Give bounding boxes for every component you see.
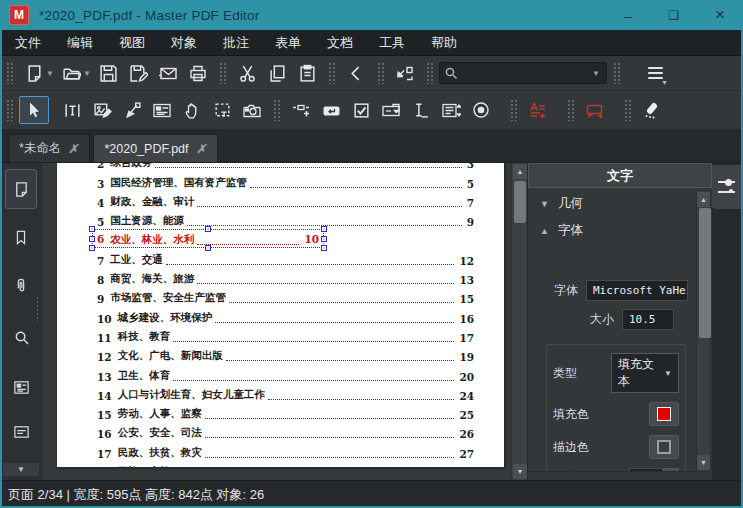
checkbox-tool-button[interactable] — [346, 96, 376, 124]
menu-forms[interactable]: 表单 — [262, 30, 314, 56]
spinner-caret-icon[interactable]: ▼ — [663, 468, 679, 472]
selection-handle[interactable] — [321, 245, 327, 251]
save-as-button[interactable] — [123, 59, 153, 87]
text-field-tool-button[interactable] — [406, 96, 436, 124]
email-button[interactable] — [153, 59, 183, 87]
panel-scrollbar[interactable]: ▲ ▼ — [696, 190, 711, 472]
bookmarks-button[interactable] — [5, 217, 37, 257]
scrollbar-thumb[interactable] — [514, 181, 526, 223]
tab-close-icon[interactable]: ✗ — [68, 142, 81, 156]
fit-page-button[interactable] — [390, 59, 420, 87]
line-width-value[interactable]: 1 — [629, 468, 663, 472]
toolbar-grip[interactable] — [510, 99, 517, 121]
selection-handle[interactable] — [205, 245, 211, 251]
scroll-up-icon[interactable]: ▲ — [697, 192, 710, 207]
attachments-button[interactable] — [5, 265, 37, 305]
eraser-tool-button[interactable] — [637, 96, 667, 124]
save-button[interactable] — [93, 59, 123, 87]
search-input[interactable] — [458, 66, 595, 80]
type-dropdown[interactable]: 填充文本 ▼ — [611, 353, 679, 393]
edit-path-tool-button[interactable] — [117, 96, 147, 124]
back-button[interactable] — [341, 59, 371, 87]
page-thumbnails-button[interactable] — [5, 169, 37, 209]
copy-button[interactable] — [262, 59, 292, 87]
scroll-up-icon[interactable]: ▲ — [513, 164, 527, 179]
toolbar-grip[interactable] — [624, 99, 631, 121]
cut-button[interactable] — [232, 59, 262, 87]
scroll-down-icon[interactable]: ▼ — [513, 464, 527, 479]
selection-handle[interactable] — [205, 226, 211, 232]
section-font[interactable]: ▲ 字体 — [528, 217, 696, 244]
menu-object[interactable]: 对象 — [158, 30, 210, 56]
close-button[interactable]: × — [697, 0, 743, 30]
toolbar-grip[interactable] — [426, 62, 433, 84]
menu-help[interactable]: 帮助 — [418, 30, 470, 56]
highlight-text-tool-button[interactable] — [523, 96, 553, 124]
menu-document[interactable]: 文档 — [314, 30, 366, 56]
section-geometry[interactable]: ▼ 几何 — [528, 190, 696, 217]
toolbar-grip[interactable] — [273, 99, 280, 121]
font-name-field[interactable]: Microsoft YaHei — [586, 280, 688, 301]
tab-2020-pdf[interactable]: *2020_PDF.pdf ✗ — [93, 134, 217, 162]
listbox-tool-button[interactable] — [436, 96, 466, 124]
menu-edit[interactable]: 编辑 — [54, 30, 106, 56]
document-viewport[interactable]: 2 综合政务 3 3 国民经济管理、国有资产监管 5 4 财政、金融、审计 — [42, 163, 527, 480]
leader-dots — [250, 187, 462, 188]
selection-handle[interactable] — [89, 245, 95, 251]
edit-text-tool-button[interactable] — [57, 96, 87, 124]
edit-form-tool-button[interactable] — [147, 96, 177, 124]
menu-comment[interactable]: 批注 — [210, 30, 262, 56]
properties-dock-tab[interactable] — [712, 165, 741, 209]
add-form-field-button[interactable] — [286, 96, 316, 124]
toolbar-grip[interactable] — [567, 99, 574, 121]
toolbar-grip[interactable] — [328, 62, 335, 84]
sticky-note-tool-button[interactable] — [580, 96, 610, 124]
selection-handle[interactable] — [321, 226, 327, 232]
font-size-field[interactable]: 10.5 — [622, 309, 674, 330]
search-panel-button[interactable] — [5, 317, 37, 357]
combobox-tool-button[interactable] — [376, 96, 406, 124]
selected-text-object[interactable]: 6 农业、林业、水利 10 — [97, 233, 319, 247]
toolbar-grip[interactable] — [219, 62, 226, 84]
pdf-page[interactable]: 2 综合政务 3 3 国民经济管理、国有资产监管 5 4 财政、金融、审计 — [57, 163, 504, 467]
search-dropdown-icon[interactable]: ▼ — [592, 69, 602, 78]
menu-view[interactable]: 视图 — [106, 30, 158, 56]
line-width-spinner[interactable]: 1 ▼ — [629, 468, 679, 472]
select-text-area-tool-button[interactable] — [207, 96, 237, 124]
menu-tools[interactable]: 工具 — [366, 30, 418, 56]
hand-tool-button[interactable] — [177, 96, 207, 124]
signature-panel-button[interactable] — [5, 417, 37, 445]
stroke-color-button[interactable] — [649, 435, 679, 459]
selection-handle[interactable] — [321, 236, 327, 242]
selection-handle[interactable] — [89, 226, 95, 232]
toc-page: 10 — [304, 233, 319, 247]
toolbar-grip[interactable] — [6, 99, 13, 121]
push-button-tool-button[interactable] — [316, 96, 346, 124]
tab-untitled[interactable]: *未命名 ✗ — [8, 134, 90, 162]
minimize-button[interactable]: – — [605, 0, 651, 30]
toolbar-grip[interactable] — [6, 62, 13, 84]
fill-color-button[interactable] — [649, 402, 679, 426]
search-box[interactable]: ▼ — [439, 62, 607, 84]
print-button[interactable] — [183, 59, 213, 87]
radio-button-tool-button[interactable] — [466, 96, 496, 124]
toolbar-grip[interactable] — [613, 62, 620, 84]
edit-image-tool-button[interactable] — [87, 96, 117, 124]
toolbar-menu-button[interactable]: ▼ — [640, 59, 670, 87]
selection-handle[interactable] — [89, 236, 95, 242]
paste-button[interactable] — [292, 59, 322, 87]
tab-close-icon[interactable]: ✗ — [195, 142, 208, 156]
scroll-down-icon[interactable]: ▼ — [697, 455, 710, 470]
maximize-button[interactable]: ❑ — [651, 0, 697, 30]
form-fields-button[interactable] — [5, 367, 37, 407]
menu-file[interactable]: 文件 — [2, 30, 54, 56]
toolbar-grip[interactable] — [377, 62, 384, 84]
select-tool-button[interactable] — [19, 96, 49, 124]
snapshot-tool-button[interactable] — [237, 96, 267, 124]
sidebar-grip[interactable] — [36, 296, 40, 322]
open-file-button[interactable] — [56, 59, 86, 87]
sidebar-scroll-down-button[interactable]: ▼ — [3, 463, 39, 476]
new-document-button[interactable] — [19, 59, 49, 87]
document-scrollbar[interactable]: ▲ ▼ — [511, 163, 527, 480]
scrollbar-thumb[interactable] — [699, 208, 711, 338]
